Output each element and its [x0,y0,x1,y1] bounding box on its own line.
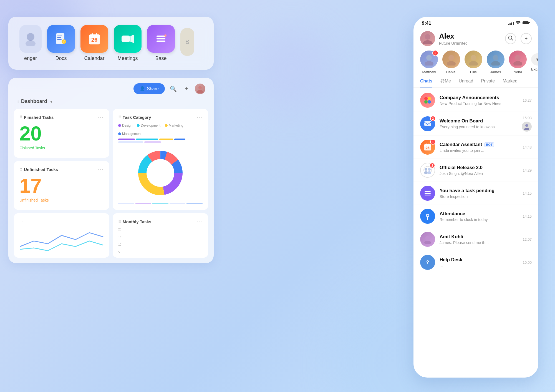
tab-chats[interactable]: Chats [420,79,432,87]
chat-item-announcements[interactable]: Company Announcements New Product Traini… [413,89,538,112]
partial-left-label: enger [24,56,37,61]
amit-preview: James: Please send me th... [440,240,518,245]
calendar-preview: Linda invites you to join ... [440,148,518,153]
svg-point-0 [27,33,34,41]
unfinished-card-menu[interactable]: ··· [98,167,104,172]
svg-text:26: 26 [426,146,430,150]
contact-matthew[interactable]: 2 Matthew [420,51,438,74]
svg-point-66 [427,219,428,220]
ellie-avatar [465,51,482,68]
expand-label: Expand [531,67,538,71]
amit-time: 12:07 [523,237,532,242]
bar-chart-bars [123,228,141,258]
chat-avatar-calendar: 26 1 [420,140,435,155]
task-content: You have a task pending Store Inspection [440,188,518,199]
profile-avatar[interactable] [420,31,435,46]
user-avatar[interactable] [195,84,205,94]
daniel-avatar [442,51,460,68]
monthly-card-menu[interactable]: ··· [197,219,203,225]
dashboard-dropdown[interactable]: ▼ [49,99,53,104]
chat-item-amit[interactable]: Amit Kohli James: Please send me th... 1… [413,228,538,251]
app-icon-meetings[interactable]: Meetings [114,25,142,61]
welcome-name: Welcome On Board [440,118,517,124]
status-bar: 9:41 [413,17,538,28]
svg-point-31 [423,40,433,44]
add-button[interactable]: + [181,84,191,94]
matthew-badge: 2 [432,51,438,56]
james-avatar [487,51,504,68]
svg-point-57 [425,168,427,171]
finished-card-title: ⠿ Finished Tasks [19,115,54,120]
contact-neha[interactable]: Neha [509,51,527,74]
tab-me[interactable]: @Me [440,79,451,87]
svg-line-33 [511,39,513,40]
release-badge: 2 [430,163,435,168]
calendar-meta: 14:43 [523,145,532,149]
tab-private[interactable]: Private [481,79,495,87]
add-icon: + [185,86,188,92]
app-icon-partial-left[interactable]: enger [19,25,42,61]
contact-ellie[interactable]: Ellie [465,51,482,74]
help-name: Help Desk [440,257,518,263]
svg-point-46 [424,100,428,104]
legend-design: Design [118,124,132,127]
tab-marked[interactable]: Marked [503,79,517,87]
mobile-search-button[interactable] [505,33,516,44]
chat-item-welcome[interactable]: 2 Welcome On Board Everything you need t… [413,112,538,136]
expand-button[interactable]: ▾ [531,53,538,66]
app-icon-base[interactable]: Base [147,25,175,61]
contact-expand[interactable]: ▾ Expand [531,53,538,71]
svg-rect-16 [157,36,165,37]
mobile-add-button[interactable]: + [521,33,532,44]
legend-mgmt: Management [118,132,142,136]
svg-rect-13 [96,33,97,36]
chat-item-help-desk[interactable]: ? Help Desk ... 10:00 [413,251,538,274]
contact-daniel[interactable]: Daniel [442,51,460,74]
chat-item-calendar[interactable]: 26 1 Calendar Assistant BOT Linda invite… [413,136,538,159]
release-content: Official Release 2.0 Josh Singh: @Nora A… [440,165,518,176]
chat-list: Company Announcements New Product Traini… [413,89,538,378]
bar-dev [136,139,158,140]
svg-point-30 [425,34,430,40]
announcements-preview: New Product Training for New Hires [440,101,518,106]
task-category-card: ⠿ Task Category ··· Design Development M… [113,109,208,210]
daniel-name: Daniel [446,70,456,74]
tab-unread[interactable]: Unread [459,79,473,87]
svg-point-39 [469,61,478,66]
legend-dot-dev [137,124,140,127]
app-icon-docs[interactable]: ✓ Docs [47,25,75,61]
dashboard-panel: 👤 Share 🔍 + ⠿ Dashboard ▼ ⠿ Finishe [8,78,214,263]
task-category-title: ⠿ Task Category [118,115,151,120]
share-button[interactable]: 👤 Share [133,83,165,94]
share-label: Share [147,86,159,91]
ellie-avatar-circle [465,51,482,68]
base-label: Base [155,56,167,61]
matthew-name: Matthew [422,70,436,74]
line-chart-dots[interactable]: ··· [19,219,23,223]
line-chart [19,224,104,258]
legend-dev: Development [137,124,160,127]
unfinished-card-header: ⠿ Unfinished Tasks ··· [19,167,104,172]
svg-point-47 [428,100,431,104]
svg-rect-5 [57,39,62,40]
svg-point-35 [425,61,433,66]
app-icon-calendar[interactable]: 26 Calendar [80,25,108,61]
chat-item-attendance[interactable]: Attendance Remember to clock in today 14… [413,205,538,228]
share-icon: 👤 [140,86,145,91]
calendar-icon: 26 [87,32,102,46]
svg-point-67 [425,236,430,240]
search-button[interactable]: 🔍 [168,84,178,94]
attendance-meta: 14:15 [523,214,532,218]
finished-card-menu[interactable]: ··· [98,114,104,120]
chat-item-release[interactable]: 2 Official Release 2.0 Josh Singh: @Nora… [413,159,538,182]
calendar-badge: 1 [430,139,436,145]
legend-dot-mgmt [118,132,121,135]
category-bars [118,139,203,143]
task-category-menu[interactable]: ··· [197,114,203,120]
svg-point-36 [448,55,454,61]
app-icon-partial-right[interactable]: B [180,28,194,59]
contact-james[interactable]: James [487,51,504,74]
calendar-icon-wrapper: 26 [80,25,108,53]
dashboard-header: ⠿ Dashboard ▼ [14,99,208,104]
chat-item-task-pending[interactable]: You have a task pending Store Inspection… [413,182,538,205]
